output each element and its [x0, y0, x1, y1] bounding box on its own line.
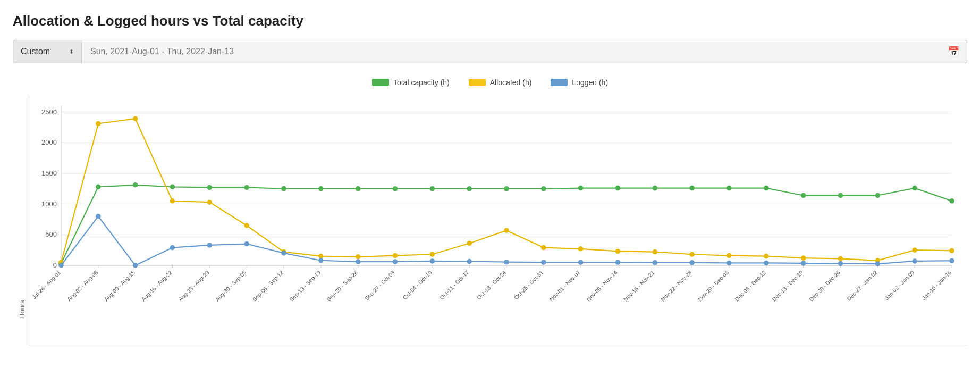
- svg-point-89: [59, 263, 63, 268]
- svg-text:Sep-20 - Sep-26: Sep-20 - Sep-26: [325, 269, 359, 303]
- svg-point-108: [764, 261, 768, 265]
- date-range-input[interactable]: [82, 40, 940, 63]
- svg-point-110: [839, 262, 843, 266]
- legend-swatch-0: [372, 79, 389, 86]
- svg-text:Sep-27 - Oct-03: Sep-27 - Oct-03: [364, 269, 396, 302]
- svg-point-69: [244, 223, 249, 228]
- svg-point-76: [504, 228, 509, 232]
- calendar-icon: 📅: [948, 46, 959, 57]
- svg-point-47: [356, 187, 360, 191]
- svg-text:Oct-18 - Oct-24: Oct-18 - Oct-24: [476, 269, 508, 301]
- calendar-button[interactable]: 📅: [940, 40, 967, 63]
- svg-text:Jul-26 - Aug-01: Jul-26 - Aug-01: [31, 269, 62, 300]
- svg-point-91: [133, 263, 138, 268]
- svg-point-85: [839, 256, 843, 261]
- svg-point-100: [467, 260, 471, 264]
- svg-text:Dec-06 - Dec-12: Dec-06 - Dec-12: [733, 269, 767, 303]
- svg-point-48: [393, 187, 398, 191]
- svg-point-46: [319, 187, 323, 191]
- svg-text:Dec-13 - Dec-19: Dec-13 - Dec-19: [771, 269, 804, 303]
- svg-point-74: [430, 252, 434, 256]
- svg-point-109: [801, 261, 806, 265]
- svg-point-103: [579, 260, 583, 264]
- svg-text:Dec-20 - Dec-26: Dec-20 - Dec-26: [808, 269, 841, 303]
- svg-point-95: [282, 251, 286, 255]
- svg-point-82: [727, 254, 731, 258]
- svg-text:Nov-29 - Dec-05: Nov-29 - Dec-05: [696, 269, 730, 303]
- svg-point-44: [244, 185, 249, 189]
- svg-point-66: [133, 116, 138, 121]
- svg-point-59: [801, 193, 806, 197]
- svg-point-55: [653, 186, 657, 190]
- svg-point-81: [690, 252, 694, 256]
- svg-point-97: [356, 260, 360, 264]
- svg-point-51: [504, 187, 509, 191]
- svg-point-60: [839, 193, 843, 197]
- svg-point-102: [542, 260, 546, 264]
- period-select[interactable]: Custom ⬍: [13, 40, 82, 63]
- svg-point-77: [542, 246, 546, 250]
- svg-point-45: [282, 187, 286, 191]
- svg-point-96: [319, 258, 323, 263]
- legend-swatch-1: [469, 79, 486, 86]
- legend-swatch-2: [551, 79, 568, 86]
- svg-text:Aug-02 - Aug-08: Aug-02 - Aug-08: [66, 269, 99, 303]
- select-arrows-icon: ⬍: [69, 48, 74, 55]
- svg-point-67: [171, 199, 175, 203]
- svg-point-68: [207, 200, 212, 204]
- svg-point-71: [319, 254, 323, 258]
- svg-text:Sep-13 - Sep-19: Sep-13 - Sep-19: [288, 269, 322, 303]
- period-select-label: Custom: [21, 47, 50, 56]
- svg-point-92: [171, 246, 175, 250]
- svg-point-41: [133, 183, 138, 187]
- svg-point-98: [393, 260, 398, 264]
- svg-point-54: [616, 186, 620, 190]
- svg-point-63: [950, 199, 954, 203]
- chart-container: Total capacity (h) Allocated (h) Logged …: [13, 78, 967, 333]
- svg-point-94: [244, 242, 249, 246]
- svg-point-53: [579, 186, 583, 190]
- svg-point-65: [96, 121, 100, 126]
- svg-text:Aug-09 - Aug-15: Aug-09 - Aug-15: [103, 269, 137, 303]
- svg-point-87: [913, 248, 917, 252]
- svg-text:1500: 1500: [41, 169, 57, 177]
- svg-text:Aug-16 - Aug-22: Aug-16 - Aug-22: [140, 269, 173, 303]
- svg-text:Jan-10 - Jan-16: Jan-10 - Jan-16: [920, 269, 953, 302]
- svg-text:Nov-01 - Nov-07: Nov-01 - Nov-07: [548, 269, 581, 303]
- page-title: Allocation & Logged hours vs Total capac…: [13, 13, 967, 29]
- svg-text:Nov-22 - Nov-28: Nov-22 - Nov-28: [660, 269, 693, 303]
- svg-text:Aug-23 - Aug-29: Aug-23 - Aug-29: [177, 269, 210, 303]
- svg-text:2000: 2000: [41, 138, 57, 146]
- legend-label-1: Allocated (h): [490, 78, 532, 87]
- svg-point-62: [913, 186, 917, 190]
- svg-text:Oct-04 - Oct-10: Oct-04 - Oct-10: [401, 269, 433, 301]
- svg-point-80: [653, 250, 657, 254]
- svg-point-83: [764, 254, 768, 258]
- svg-point-93: [207, 243, 212, 247]
- chart-svg: 05001000150020002500 Jul-26 - Aug-01Aug-…: [29, 95, 968, 335]
- svg-point-56: [690, 186, 694, 190]
- svg-point-105: [653, 261, 657, 265]
- svg-point-43: [207, 185, 212, 189]
- legend-item-1: Allocated (h): [469, 78, 532, 87]
- svg-point-72: [356, 255, 360, 259]
- svg-point-61: [875, 193, 880, 197]
- svg-point-88: [950, 248, 954, 253]
- svg-point-73: [393, 254, 398, 258]
- svg-point-40: [96, 185, 100, 189]
- svg-point-42: [171, 185, 175, 189]
- legend-label-2: Logged (h): [572, 78, 608, 87]
- svg-text:Aug-30 - Sep-05: Aug-30 - Sep-05: [214, 269, 248, 303]
- svg-point-111: [875, 262, 880, 266]
- legend-item-2: Logged (h): [551, 78, 608, 87]
- svg-point-112: [913, 259, 917, 263]
- svg-text:500: 500: [45, 230, 57, 238]
- svg-point-57: [727, 186, 731, 190]
- chart-area: Hours 05001000150020002500 Jul-26 - Aug-…: [13, 95, 967, 319]
- svg-text:0: 0: [53, 261, 57, 269]
- svg-point-50: [467, 187, 471, 191]
- svg-point-78: [579, 247, 583, 251]
- svg-point-90: [96, 214, 100, 219]
- svg-text:Oct-11 - Oct-17: Oct-11 - Oct-17: [438, 269, 470, 301]
- controls-bar: Custom ⬍ 📅: [13, 40, 967, 63]
